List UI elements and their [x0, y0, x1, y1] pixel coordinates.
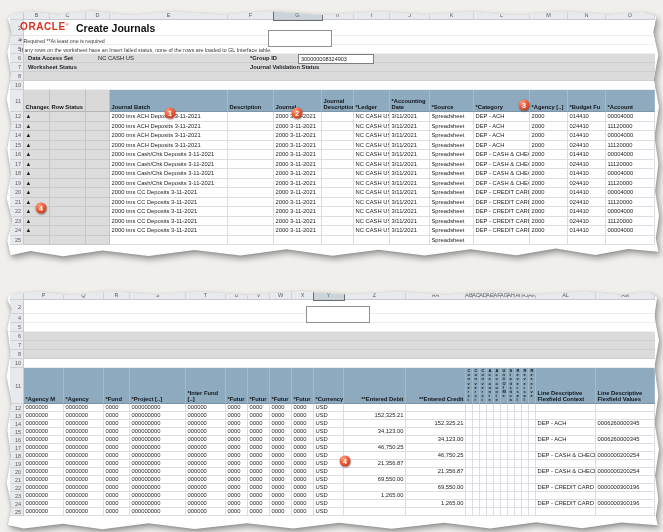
cell[interactable] [344, 436, 406, 444]
cell[interactable]: 000000000 [130, 404, 186, 412]
cell[interactable]: 3/11/2021 [390, 169, 430, 179]
cell[interactable] [515, 492, 522, 500]
row-number[interactable]: 7 [10, 341, 24, 350]
cell[interactable] [466, 508, 473, 516]
cell[interactable]: 0000 [270, 500, 292, 508]
cell[interactable]: 024410 [568, 122, 606, 132]
column-header[interactable]: Reserve [529, 368, 536, 404]
cell[interactable]: NC CASH US [354, 141, 390, 151]
cell[interactable]: DEP - CASH & CHECK [536, 468, 596, 476]
cell[interactable]: 0000 [226, 444, 248, 452]
cell[interactable]: 00004000 [606, 150, 655, 160]
cell[interactable] [466, 436, 473, 444]
cell[interactable]: 2000 [530, 226, 568, 236]
cell[interactable]: 0000 [226, 428, 248, 436]
cell[interactable] [596, 492, 655, 500]
column-header[interactable]: Conversion Rate [480, 368, 487, 404]
cell[interactable] [515, 404, 522, 412]
cell[interactable]: 0000000 [64, 500, 104, 508]
column-header[interactable]: Conversion Rate Type [473, 368, 480, 404]
cell[interactable]: 0000 [270, 492, 292, 500]
row-number[interactable]: 22 [10, 484, 24, 492]
cell[interactable] [536, 492, 596, 500]
column-header[interactable]: *Inter Fund [..] [186, 368, 226, 404]
cell[interactable]: DEP - CREDIT CARD [474, 226, 530, 236]
column-header[interactable]: *Agency M [24, 368, 64, 404]
cell[interactable] [508, 404, 515, 412]
cell[interactable]: 34,123.00 [406, 436, 466, 444]
cell[interactable] [508, 436, 515, 444]
cell[interactable]: 2000 tms Cash/Chk Deposits 3-11-2021 [110, 169, 228, 179]
cell[interactable] [508, 468, 515, 476]
column-header[interactable]: *Currency [314, 368, 344, 404]
cell[interactable]: 0000 [226, 508, 248, 516]
cell[interactable] [473, 404, 480, 412]
cell[interactable] [487, 404, 494, 412]
cell[interactable]: 014410 [568, 226, 606, 236]
cell[interactable] [473, 468, 480, 476]
cell[interactable]: 0000000300196 [596, 484, 655, 492]
cell[interactable] [522, 476, 529, 484]
cell[interactable] [86, 112, 110, 122]
cell[interactable]: 014410 [568, 188, 606, 198]
cell[interactable] [406, 492, 466, 500]
cell[interactable]: 2000 3-11-2021 [274, 131, 322, 141]
cell[interactable] [473, 476, 480, 484]
column-letter[interactable]: I [354, 10, 390, 20]
column-letter[interactable]: J [390, 10, 430, 20]
cell[interactable]: 014410 [568, 112, 606, 122]
cell[interactable] [50, 217, 86, 227]
column-letter[interactable]: P [24, 290, 64, 300]
cell[interactable]: 2000 3-11-2021 [274, 169, 322, 179]
cell[interactable] [606, 236, 655, 246]
cell[interactable] [480, 484, 487, 492]
cell[interactable] [515, 420, 522, 428]
column-header[interactable]: Reversal Per [515, 368, 522, 404]
cell[interactable] [50, 131, 86, 141]
cell[interactable] [344, 420, 406, 428]
cell[interactable]: 0000000 [24, 452, 64, 460]
cell[interactable]: 0000 [270, 468, 292, 476]
column-letter[interactable]: L [474, 10, 530, 20]
cell[interactable] [508, 412, 515, 420]
cell[interactable]: 0000000 [64, 508, 104, 516]
cell[interactable]: 2000 3-11-2021 [274, 198, 322, 208]
cell[interactable] [529, 460, 536, 468]
cell[interactable] [487, 508, 494, 516]
cell[interactable]: 2000 tms ACH Deposits 3-11-2021 [110, 122, 228, 132]
cell[interactable]: 0000000 [24, 444, 64, 452]
cell[interactable] [473, 452, 480, 460]
column-header[interactable]: Line Descriptive Flexfield Values [596, 368, 655, 404]
cell[interactable]: USD [314, 484, 344, 492]
cell[interactable] [508, 508, 515, 516]
cell[interactable] [487, 420, 494, 428]
cell[interactable]: 0000 [270, 412, 292, 420]
cell[interactable]: 0000 [270, 484, 292, 492]
cell[interactable]: DEP - CASH & CHECK [536, 452, 596, 460]
cell[interactable] [522, 404, 529, 412]
cell[interactable] [501, 476, 508, 484]
column-letter[interactable]: T [186, 290, 226, 300]
cell[interactable] [228, 236, 274, 246]
cell[interactable] [529, 476, 536, 484]
cell[interactable] [50, 226, 86, 236]
cell[interactable]: 3/11/2021 [390, 122, 430, 132]
cell[interactable]: 0000 [292, 436, 314, 444]
cell[interactable]: 0000 [270, 460, 292, 468]
cell[interactable] [480, 412, 487, 420]
cell[interactable]: USD [314, 500, 344, 508]
cell[interactable] [480, 500, 487, 508]
cell[interactable]: 3/11/2021 [390, 207, 430, 217]
cell[interactable]: DEP - CASH & CHECK [474, 150, 530, 160]
cell[interactable] [50, 112, 86, 122]
cell[interactable] [473, 492, 480, 500]
cell[interactable]: Spreadsheet [430, 198, 474, 208]
cell[interactable]: Spreadsheet [430, 141, 474, 151]
cell[interactable] [501, 444, 508, 452]
column-header[interactable]: *Futur [226, 368, 248, 404]
cell[interactable] [466, 484, 473, 492]
column-header[interactable]: Accounted Credit [494, 368, 501, 404]
cell[interactable]: 0000000 [24, 500, 64, 508]
row-number[interactable]: 19 [10, 460, 24, 468]
cell[interactable] [501, 436, 508, 444]
